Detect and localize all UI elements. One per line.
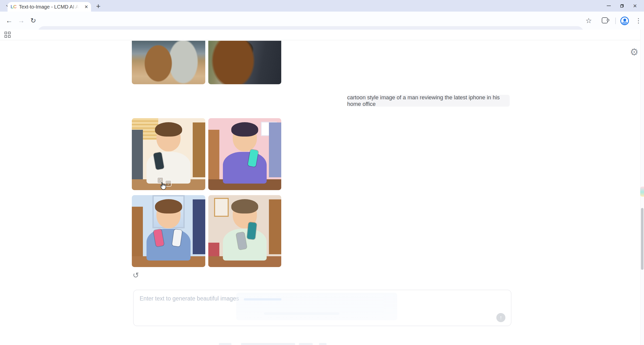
restore-button[interactable] — [615, 0, 628, 12]
prompt-input[interactable] — [134, 290, 511, 326]
generated-image-3[interactable] — [132, 195, 205, 267]
cursor-hand-icon — [159, 182, 167, 190]
minimize-icon — [607, 6, 611, 6]
footer-smudge — [241, 343, 295, 345]
prompt-composer: ↑ — [133, 290, 511, 326]
reload-button[interactable]: ↻ — [27, 12, 40, 30]
edge-floating-logo[interactable] — [640, 187, 644, 197]
extensions-icon[interactable] — [601, 17, 609, 24]
send-button[interactable]: ↑ — [496, 313, 505, 322]
prompt-bubble: cartoon style image of a man reviewing t… — [347, 95, 510, 107]
forward-button[interactable]: → — [15, 12, 28, 30]
minimize-button[interactable] — [602, 0, 615, 12]
previous-image-2[interactable] — [208, 41, 281, 84]
close-button[interactable]: × — [628, 0, 641, 12]
gear-icon[interactable]: ⚙ — [630, 47, 638, 57]
grid-2x2-icon[interactable] — [5, 32, 11, 38]
footer-smudge — [299, 343, 313, 345]
new-tab-button[interactable]: + — [96, 3, 101, 10]
site-favicon: LC — [11, 4, 16, 10]
browser-titlebar: › LC Text-to-Image - LCMD AI Assist × + … — [0, 0, 644, 12]
scrollbar-thumb[interactable] — [641, 208, 643, 270]
footer-smudge — [319, 343, 327, 345]
profile-avatar[interactable] — [620, 17, 629, 25]
restore-icon — [620, 4, 624, 8]
close-icon: × — [633, 3, 637, 9]
tab-title: Text-to-Image - LCMD AI Assist — [19, 4, 79, 10]
generated-image-1[interactable]: ↗ ↓ — [132, 118, 205, 190]
toolbar-divider — [615, 18, 616, 24]
browser-tab[interactable]: LC Text-to-Image - LCMD AI Assist × — [8, 2, 91, 12]
footer-smudge — [219, 343, 231, 345]
page-header — [0, 30, 644, 40]
generated-image-2[interactable] — [208, 118, 281, 190]
generated-image-4[interactable] — [208, 195, 281, 267]
browser-menu-icon[interactable]: ⋮ — [633, 12, 644, 30]
refresh-icon[interactable]: ↻ — [131, 271, 140, 280]
back-button[interactable]: ← — [3, 12, 16, 30]
browser-toolbar: ← → ↻ https://ai.klements.heiyu.space/pa… — [0, 12, 644, 30]
tab-close-icon[interactable]: × — [85, 4, 88, 10]
webpage-content: ⚙ cartoon style image of a man reviewing… — [0, 30, 644, 345]
previous-image-1[interactable] — [132, 41, 205, 84]
bookmark-star-icon[interactable]: ☆ — [583, 12, 594, 30]
